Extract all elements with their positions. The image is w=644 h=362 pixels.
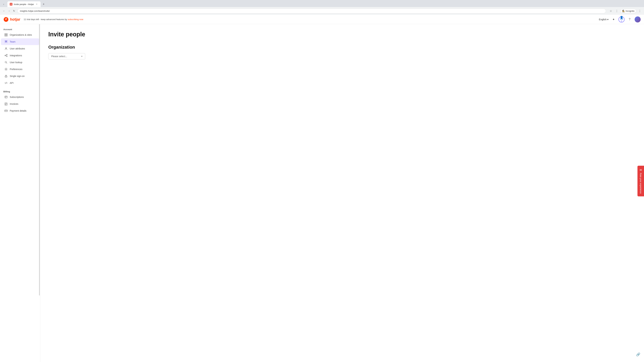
bookmark-button[interactable]: ☆ xyxy=(608,8,613,13)
account-section-label: Account xyxy=(0,27,40,31)
svg-rect-2 xyxy=(5,35,6,36)
user-attributes-label: User attributes xyxy=(10,47,25,50)
link-icon[interactable]: 🔗 xyxy=(636,352,641,357)
invoices-label: Invoices xyxy=(10,103,18,105)
incognito-label: Incognito xyxy=(626,10,634,12)
svg-point-9 xyxy=(6,54,8,55)
incognito-icon: 🕵️ xyxy=(622,10,625,12)
sidebar-item-team[interactable]: Team xyxy=(1,38,39,45)
tab-close-button[interactable]: × xyxy=(35,3,38,6)
payment-icon xyxy=(4,109,8,112)
svg-point-6 xyxy=(5,41,6,41)
integrations-label: Integrations xyxy=(10,54,22,57)
incognito-badge: 🕵️ Incognito xyxy=(620,9,636,13)
sso-icon xyxy=(4,74,8,78)
subscriptions-icon xyxy=(4,95,8,99)
language-selector[interactable]: English ▾ xyxy=(599,18,608,21)
browser-chrome: ‹ H Invite people - Hotjar × + ← → ↻ ins… xyxy=(0,0,644,15)
sidebar: Account Organizations & sites xyxy=(0,24,40,362)
svg-line-14 xyxy=(6,63,7,63)
rate-feedback-tab[interactable]: ✉ Rate your experience xyxy=(638,166,644,196)
svg-point-17 xyxy=(6,76,6,77)
org-dropdown-arrow: ▾ xyxy=(81,55,82,57)
sidebar-scrollbar xyxy=(39,24,40,296)
nav-controls: ← → ↻ xyxy=(2,8,16,13)
sidebar-item-preferences[interactable]: Preferences xyxy=(1,66,39,72)
user-lookup-label: User lookup xyxy=(10,61,22,64)
user-lookup-icon xyxy=(4,61,8,64)
subscribe-link[interactable]: subscribing now xyxy=(68,18,83,21)
logo-text: hotjar xyxy=(10,17,20,22)
language-dropdown-icon: ▾ xyxy=(607,18,608,21)
svg-rect-0 xyxy=(5,33,6,35)
billing-section-label: Billing xyxy=(0,89,40,93)
top-bar-actions: English ▾ ✦ 👤+ ? xyxy=(599,16,641,22)
address-bar[interactable]: insights.hotjar.com/team/invite/ xyxy=(18,8,606,13)
new-tab-button[interactable]: + xyxy=(41,2,46,6)
team-icon xyxy=(4,40,8,43)
invite-team-button[interactable]: 👤+ xyxy=(618,16,624,22)
integrations-icon xyxy=(4,54,8,57)
svg-rect-1 xyxy=(6,33,8,35)
prev-tabs-button[interactable]: ‹ xyxy=(1,2,6,6)
top-bar: hotjar 11 trial days left - keep advance… xyxy=(0,15,644,24)
browser-menu-button[interactable]: ⋮ xyxy=(614,8,619,13)
organizations-label: Organizations & sites xyxy=(10,33,32,36)
sidebar-item-api[interactable]: API xyxy=(1,80,39,86)
svg-line-11 xyxy=(6,55,6,55)
back-button[interactable]: ← xyxy=(2,8,6,13)
team-label: Team xyxy=(10,40,16,43)
tab-navigation: ‹ xyxy=(1,2,6,6)
user-attributes-icon xyxy=(4,47,8,50)
svg-line-12 xyxy=(6,56,6,56)
language-label: English xyxy=(599,18,606,21)
sidebar-item-payment[interactable]: Payment details xyxy=(1,107,39,114)
user-avatar[interactable] xyxy=(634,16,641,22)
sidebar-item-organizations[interactable]: Organizations & sites xyxy=(1,31,39,38)
sidebar-item-integrations[interactable]: Integrations xyxy=(1,52,39,59)
svg-line-18 xyxy=(6,82,6,84)
url-text: insights.hotjar.com/team/invite/ xyxy=(20,10,604,12)
svg-point-15 xyxy=(6,69,6,70)
sidebar-item-invoices[interactable]: Invoices xyxy=(1,100,39,107)
forward-button[interactable]: → xyxy=(7,8,12,13)
sidebar-item-user-lookup[interactable]: User lookup xyxy=(1,59,39,66)
org-select-placeholder: Please select... xyxy=(51,55,67,58)
payment-label: Payment details xyxy=(10,109,26,112)
page-content: Invite people Organization Please select… xyxy=(40,24,644,362)
svg-rect-3 xyxy=(6,35,8,36)
organization-select[interactable]: Please select... ▾ xyxy=(48,53,85,59)
sidebar-item-subscriptions[interactable]: Subscriptions xyxy=(1,94,39,100)
sso-label: Single sign-on xyxy=(10,75,25,77)
rate-feedback-text: Rate your experience xyxy=(640,173,642,194)
subscriptions-label: Subscriptions xyxy=(10,96,24,98)
refresh-button[interactable]: ↻ xyxy=(12,8,16,13)
logo[interactable]: hotjar xyxy=(3,17,20,22)
svg-rect-19 xyxy=(5,96,7,98)
preferences-icon xyxy=(4,67,8,71)
trial-text: 11 trial days left - keep advanced featu… xyxy=(24,18,68,21)
main-content: Account Organizations & sites xyxy=(0,24,644,362)
svg-rect-25 xyxy=(5,110,8,112)
trial-banner: 11 trial days left - keep advanced featu… xyxy=(24,18,599,21)
organization-section-title: Organization xyxy=(48,44,636,50)
rate-feedback-icon: ✉ xyxy=(639,168,642,172)
svg-point-4 xyxy=(6,41,6,42)
help-button[interactable]: ? xyxy=(626,16,632,22)
page-title: Invite people xyxy=(48,31,636,38)
api-icon xyxy=(4,81,8,85)
active-tab[interactable]: H Invite people - Hotjar × xyxy=(8,1,40,7)
svg-point-5 xyxy=(6,41,7,41)
toolbar-icons: ☆ ⋮ 🕵️ Incognito ⋮ xyxy=(608,8,642,13)
tab-title: Invite people - Hotjar xyxy=(14,3,34,5)
svg-point-10 xyxy=(6,56,8,57)
svg-point-7 xyxy=(6,48,6,49)
whatsnew-button[interactable]: ✦ xyxy=(610,16,616,22)
extensions-button[interactable]: ⋮ xyxy=(637,8,642,13)
tab-bar: ‹ H Invite people - Hotjar × + xyxy=(0,0,644,7)
sidebar-item-sso[interactable]: Single sign-on xyxy=(1,73,39,79)
sidebar-item-user-attributes[interactable]: User attributes xyxy=(1,45,39,52)
preferences-label: Preferences xyxy=(10,68,22,70)
api-label: API xyxy=(10,82,14,84)
app-layout: hotjar 11 trial days left - keep advance… xyxy=(0,15,644,362)
